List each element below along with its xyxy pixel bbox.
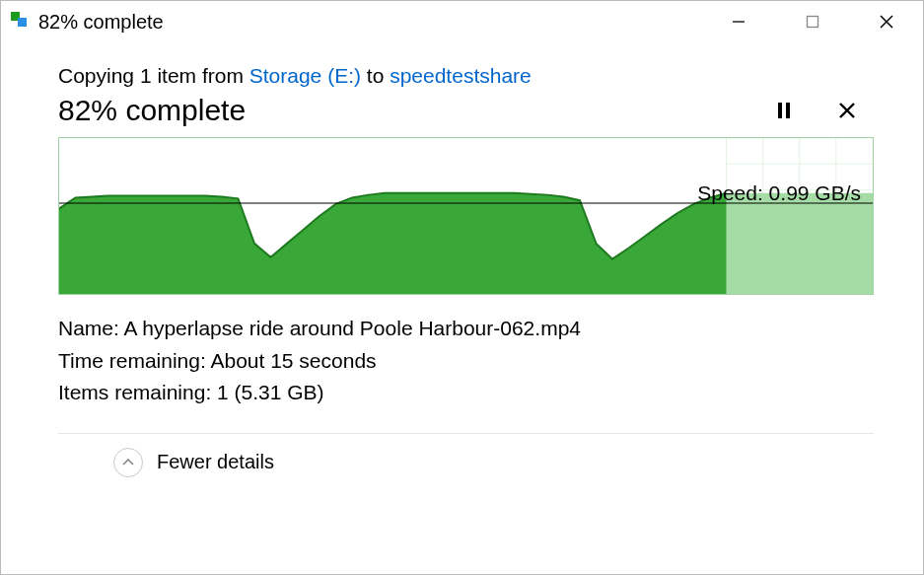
speed-chart: Speed: 0.99 GB/s [58,137,874,295]
detail-name: Name: A hyperlapse ride around Poole Har… [58,313,874,345]
svg-rect-5 [786,103,790,118]
detail-items-remaining: Items remaining: 1 (5.31 GB) [58,377,874,409]
progress-actions [767,94,874,127]
svg-rect-1 [807,17,817,28]
detail-name-label: Name: [58,317,124,339]
details-toggle-button[interactable] [113,448,143,477]
copy-summary-prefix: Copying 1 item from [58,64,249,87]
file-copy-dialog: 82% complete Copying 1 item from Storage… [0,0,924,575]
copy-progress-icon [11,12,31,32]
detail-items-label: Items remaining: [58,381,217,403]
window-title: 82% complete [38,11,164,34]
titlebar: 82% complete [1,1,923,42]
detail-name-value: A hyperlapse ride around Poole Harbour-0… [124,317,581,339]
source-location-link[interactable]: Storage (E:) [249,64,361,87]
detail-items-value: 1 (5.31 GB) [217,381,324,403]
window-controls [701,1,923,42]
cancel-button[interactable] [830,94,864,127]
detail-time-label: Time remaining: [58,349,210,372]
copy-summary: Copying 1 item from Storage (E:) to spee… [58,64,874,88]
minimize-button[interactable] [701,1,775,42]
speed-label: Speed: 0.99 GB/s [695,181,863,205]
maximize-button[interactable] [775,1,849,42]
progress-header: 82% complete [58,94,874,127]
chevron-up-icon [121,456,135,469]
svg-rect-4 [778,103,782,118]
destination-location-link[interactable]: speedtestshare [390,64,532,87]
detail-time-value: About 15 seconds [210,349,376,372]
progress-percent-label: 82% complete [58,94,767,127]
details-panel: Name: A hyperlapse ride around Poole Har… [58,313,874,409]
pause-button[interactable] [767,94,801,127]
details-toggle-label[interactable]: Fewer details [157,451,274,473]
close-button[interactable] [849,1,923,42]
footer: Fewer details [58,434,874,491]
detail-time-remaining: Time remaining: About 15 seconds [58,345,874,378]
dialog-body: Copying 1 item from Storage (E:) to spee… [1,42,923,574]
copy-summary-mid: to [361,64,390,87]
